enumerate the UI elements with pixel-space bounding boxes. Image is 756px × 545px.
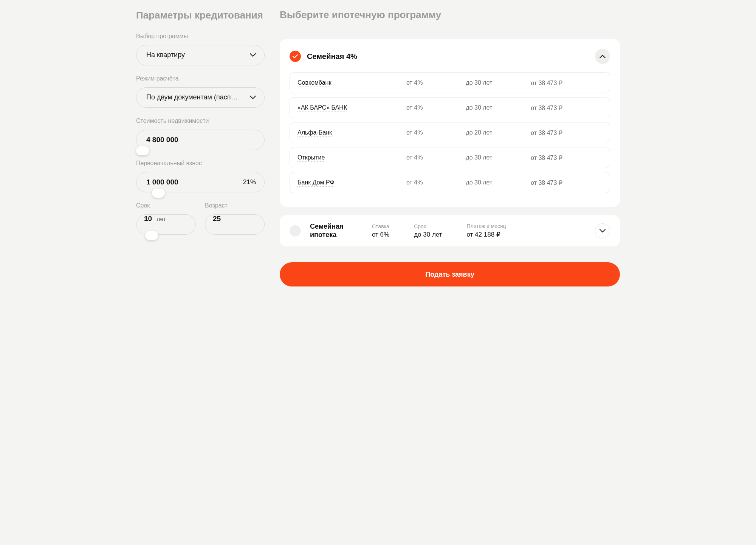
bank-term: до 20 лет: [466, 129, 526, 136]
program-select-value: На квартиру: [146, 51, 185, 59]
bank-name: Альфа-Банк: [297, 129, 402, 136]
bank-name: Банк Дом.РФ: [297, 179, 402, 186]
term-slider[interactable]: 10 лет: [136, 214, 196, 235]
down-label: Первоначальный взнос: [136, 160, 265, 167]
bank-term: до 30 лет: [466, 179, 526, 186]
term-metric: Срок до 30 лет: [406, 223, 450, 238]
bank-row[interactable]: Альфа-Банкот 4%до 20 летот 38 473 ₽: [290, 122, 610, 143]
bank-name: Совкомбанк: [297, 79, 402, 86]
term-input[interactable]: 10 лет: [136, 214, 196, 235]
price-input[interactable]: 4 800 000: [136, 130, 265, 150]
slider-thumb-icon[interactable]: [136, 146, 149, 155]
bank-rate: от 4%: [406, 179, 461, 186]
term-label: Срок: [136, 202, 196, 209]
bank-rate: от 4%: [406, 154, 461, 161]
down-slider[interactable]: 1 000 000 21%: [136, 172, 265, 192]
down-value: 1 000 000: [146, 178, 178, 186]
main-title: Выберите ипотечную программу: [280, 9, 620, 21]
chevron-down-icon: [600, 229, 606, 233]
bank-row[interactable]: Открытиеот 4%до 30 летот 38 473 ₽: [290, 147, 610, 168]
radio-unchecked-icon[interactable]: [290, 225, 301, 237]
slider-thumb-icon[interactable]: [152, 189, 165, 198]
bank-payment: от 38 473 ₽: [531, 79, 602, 87]
bank-list: Совкомбанкот 4%до 30 летот 38 473 ₽«АК Б…: [290, 72, 610, 193]
term-unit: лет: [156, 216, 166, 223]
program-a-title: Семейная 4%: [307, 52, 357, 61]
payment-value: от 42 188 ₽: [467, 231, 506, 238]
bank-payment: от 38 473 ₽: [531, 129, 602, 136]
bank-rate: от 4%: [406, 129, 461, 136]
expand-button[interactable]: [595, 223, 610, 238]
bank-rate: от 4%: [406, 79, 461, 86]
price-value: 4 800 000: [146, 136, 178, 144]
sidebar-title: Параметры кредитования: [136, 9, 265, 22]
radio-checked-icon[interactable]: [290, 51, 301, 62]
price-label: Стоимость недвижимости: [136, 118, 265, 124]
rate-metric: Ставка от 6%: [364, 223, 397, 238]
chevron-down-icon: [250, 96, 256, 99]
bank-term: до 30 лет: [466, 79, 526, 86]
program-label: Выбор программы: [136, 33, 265, 40]
program-select[interactable]: На квартиру: [136, 45, 265, 65]
chevron-down-icon: [250, 53, 256, 57]
mode-label: Режим расчёта: [136, 75, 265, 82]
bank-name: «АК БАРС» БАНК: [297, 104, 402, 111]
bank-rate: от 4%: [406, 104, 461, 111]
mode-select-value: По двум документам (пасп…: [146, 93, 237, 101]
rate-value: от 6%: [372, 231, 389, 238]
bank-term: до 30 лет: [466, 104, 526, 111]
age-input[interactable]: 25: [205, 214, 265, 235]
price-slider[interactable]: 4 800 000: [136, 130, 265, 150]
bank-payment: от 38 473 ₽: [531, 154, 602, 161]
sidebar: Параметры кредитования Выбор программы Н…: [136, 9, 265, 286]
program-b-title: Семейная ипотека: [310, 223, 355, 239]
submit-button[interactable]: Подать заявку: [280, 262, 620, 286]
term-label-b: Срок: [414, 223, 442, 229]
bank-payment: от 38 473 ₽: [531, 179, 602, 186]
bank-term: до 30 лет: [466, 154, 526, 161]
slider-thumb-icon[interactable]: [145, 231, 158, 240]
bank-row[interactable]: Совкомбанкот 4%до 30 летот 38 473 ₽: [290, 72, 610, 93]
payment-metric: Платеж в месяц от 42 188 ₽: [459, 223, 514, 238]
bank-row[interactable]: Банк Дом.РФот 4%до 30 летот 38 473 ₽: [290, 172, 610, 193]
main: Выберите ипотечную программу Семейная 4%…: [280, 9, 620, 286]
age-label: Возраст: [205, 202, 265, 209]
down-pct: 21%: [243, 178, 256, 186]
program-card-collapsed[interactable]: Семейная ипотека Ставка от 6% Срок до 30…: [280, 215, 620, 246]
chevron-up-icon: [600, 54, 606, 58]
bank-name: Открытие: [297, 154, 402, 161]
bank-payment: от 38 473 ₽: [531, 104, 602, 111]
term-value: 10: [144, 215, 152, 223]
payment-label: Платеж в месяц: [467, 223, 506, 229]
collapse-button[interactable]: [595, 49, 610, 64]
rate-label: Ставка: [372, 223, 389, 229]
bank-row[interactable]: «АК БАРС» БАНКот 4%до 30 летот 38 473 ₽: [290, 97, 610, 118]
age-value: 25: [213, 215, 221, 223]
program-card-expanded: Семейная 4% Совкомбанкот 4%до 30 летот 3…: [280, 39, 620, 207]
term-value-b: до 30 лет: [414, 231, 442, 238]
mode-select[interactable]: По двум документам (пасп…: [136, 87, 265, 108]
